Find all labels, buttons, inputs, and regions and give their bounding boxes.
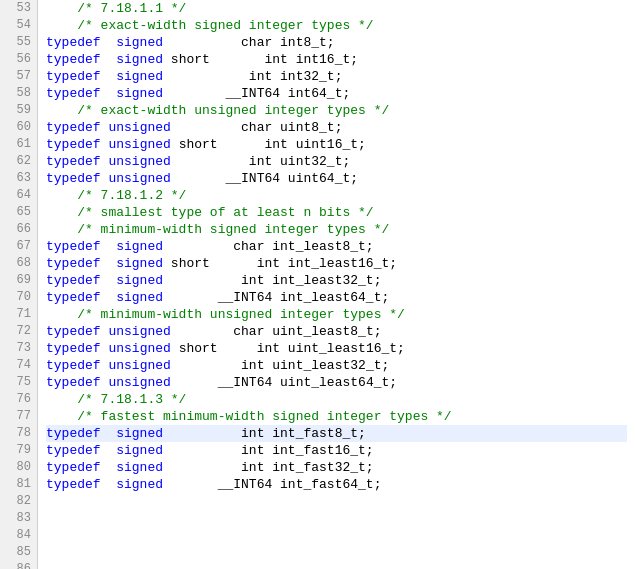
line-number: 68 [4, 255, 31, 272]
token-keyword: typedef [46, 323, 101, 340]
token-plain: short int uint_least16_t; [171, 340, 405, 357]
token-keyword: typedef [46, 289, 101, 306]
line-number: 73 [4, 340, 31, 357]
line-number: 57 [4, 68, 31, 85]
code-line: /* 7.18.1.1 */ [46, 0, 627, 17]
line-number: 80 [4, 459, 31, 476]
line-number: 77 [4, 408, 31, 425]
token-keyword: signed [116, 68, 163, 85]
token-keyword: unsigned [108, 374, 170, 391]
line-number: 72 [4, 323, 31, 340]
token-plain [101, 255, 117, 272]
token-keyword: unsigned [108, 153, 170, 170]
token-plain: short int int_least16_t; [163, 255, 397, 272]
token-keyword: signed [116, 289, 163, 306]
line-number: 64 [4, 187, 31, 204]
code-lines[interactable]: /* 7.18.1.1 */ /* exact-width signed int… [38, 0, 635, 569]
token-keyword: typedef [46, 85, 101, 102]
code-line: /* smallest type of at least n bits */ [46, 204, 627, 221]
token-plain: short int uint16_t; [171, 136, 366, 153]
code-line: typedef signed short int int16_t; [46, 51, 627, 68]
line-number: 65 [4, 204, 31, 221]
token-keyword: signed [116, 85, 163, 102]
line-number: 81 [4, 476, 31, 493]
line-number-gutter: 5354555657585960616263646566676869707172… [0, 0, 38, 569]
token-keyword: typedef [46, 68, 101, 85]
token-plain [101, 459, 117, 476]
token-keyword: signed [116, 238, 163, 255]
token-plain [101, 238, 117, 255]
token-plain: short int int16_t; [163, 51, 358, 68]
token-keyword: typedef [46, 170, 101, 187]
code-line: typedef signed int int_fast16_t; [46, 442, 627, 459]
token-keyword: unsigned [108, 323, 170, 340]
code-line: /* 7.18.1.3 */ [46, 391, 627, 408]
line-number: 83 [4, 510, 31, 527]
token-plain: __INT64 int_fast64_t; [163, 476, 381, 493]
token-comment: /* exact-width signed integer types */ [46, 17, 374, 34]
code-line: typedef signed __INT64 int64_t; [46, 85, 627, 102]
code-line: typedef signed int int_fast32_t; [46, 459, 627, 476]
token-comment: /* 7.18.1.2 */ [46, 187, 186, 204]
token-plain [101, 68, 117, 85]
code-line: /* minimum-width unsigned integer types … [46, 306, 627, 323]
token-plain [101, 136, 109, 153]
code-line: /* 7.18.1.2 */ [46, 187, 627, 204]
token-plain [101, 51, 117, 68]
line-number: 75 [4, 374, 31, 391]
token-plain: __INT64 int_least64_t; [163, 289, 389, 306]
line-number: 71 [4, 306, 31, 323]
token-plain: int int_fast8_t; [163, 425, 366, 442]
code-line: typedef unsigned __INT64 uint64_t; [46, 170, 627, 187]
token-plain: int int32_t; [163, 68, 342, 85]
line-number: 86 [4, 561, 31, 569]
token-keyword: signed [116, 476, 163, 493]
line-number: 63 [4, 170, 31, 187]
token-comment: /* 7.18.1.3 */ [46, 391, 186, 408]
code-line: typedef unsigned char uint_least8_t; [46, 323, 627, 340]
token-keyword: typedef [46, 136, 101, 153]
token-plain [101, 289, 117, 306]
code-line: typedef signed short int int_least16_t; [46, 255, 627, 272]
token-keyword: unsigned [108, 340, 170, 357]
line-number: 56 [4, 51, 31, 68]
token-keyword: unsigned [108, 357, 170, 374]
line-number: 66 [4, 221, 31, 238]
token-keyword: typedef [46, 272, 101, 289]
code-line: typedef signed __INT64 int_least64_t; [46, 289, 627, 306]
token-comment: /* fastest minimum-width signed integer … [46, 408, 452, 425]
token-plain [101, 85, 117, 102]
token-keyword: signed [116, 255, 163, 272]
token-keyword: typedef [46, 34, 101, 51]
line-number: 53 [4, 0, 31, 17]
line-number: 61 [4, 136, 31, 153]
code-line: /* exact-width unsigned integer types */ [46, 102, 627, 119]
token-plain: int uint_least32_t; [171, 357, 389, 374]
token-keyword: typedef [46, 153, 101, 170]
token-plain [101, 119, 109, 136]
line-number: 79 [4, 442, 31, 459]
line-number: 74 [4, 357, 31, 374]
line-number: 70 [4, 289, 31, 306]
token-plain: int int_least32_t; [163, 272, 381, 289]
code-line: typedef unsigned char uint8_t; [46, 119, 627, 136]
token-plain: int int_fast32_t; [163, 459, 374, 476]
token-keyword: signed [116, 272, 163, 289]
token-plain [101, 153, 109, 170]
token-keyword: typedef [46, 357, 101, 374]
token-plain: int int_fast16_t; [163, 442, 374, 459]
token-plain: __INT64 uint_least64_t; [171, 374, 397, 391]
token-keyword: signed [116, 34, 163, 51]
code-line: typedef signed int int32_t; [46, 68, 627, 85]
line-number: 67 [4, 238, 31, 255]
token-keyword: typedef [46, 459, 101, 476]
token-comment: /* minimum-width signed integer types */ [46, 221, 389, 238]
token-plain [101, 340, 109, 357]
token-keyword: unsigned [108, 136, 170, 153]
token-keyword: signed [116, 459, 163, 476]
token-keyword: typedef [46, 255, 101, 272]
token-plain [101, 425, 117, 442]
token-plain: char int_least8_t; [163, 238, 374, 255]
token-keyword: unsigned [108, 119, 170, 136]
editor: 5354555657585960616263646566676869707172… [0, 0, 635, 569]
